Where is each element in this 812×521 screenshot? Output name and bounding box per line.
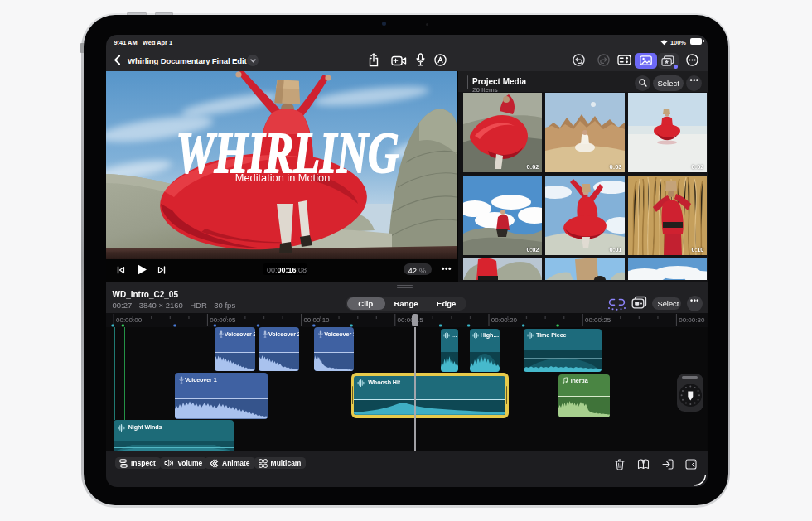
svg-text:00:00:00: 00:00:00 — [116, 316, 143, 324]
svg-text:00:00:10: 00:00:10 — [303, 316, 330, 324]
svg-text:Meditation in Motion: Meditation in Motion — [235, 171, 331, 184]
svg-text:00:00:15: 00:00:15 — [398, 316, 424, 324]
svg-text:00:00:25: 00:00:25 — [585, 316, 611, 324]
svg-text:00:00:05: 00:00:05 — [210, 316, 236, 324]
svg-text:00:00:20: 00:00:20 — [491, 316, 518, 324]
svg-text:00:00:30: 00:00:30 — [679, 316, 705, 324]
